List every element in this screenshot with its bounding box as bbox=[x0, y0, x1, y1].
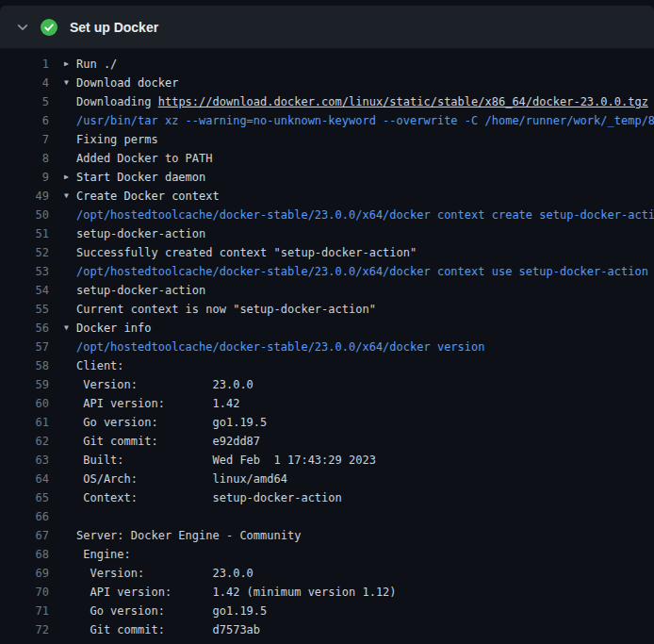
step-header[interactable]: Set up Docker bbox=[0, 6, 654, 49]
group-expanded-chevron-icon[interactable]: ▼ bbox=[64, 74, 76, 92]
line-number[interactable]: 60 bbox=[15, 394, 49, 413]
log-text: Go version: go1.19.5 bbox=[76, 413, 267, 432]
log-line[interactable]: 52Successfully created context "setup-do… bbox=[0, 243, 654, 262]
line-number[interactable]: 63 bbox=[15, 451, 49, 470]
log-text: API version: 1.42 bbox=[76, 394, 239, 413]
group-collapsed-chevron-icon[interactable]: ▶ bbox=[64, 168, 76, 187]
line-number[interactable]: 62 bbox=[15, 432, 49, 451]
line-number[interactable]: 8 bbox=[15, 149, 49, 168]
line-number[interactable]: 54 bbox=[15, 281, 49, 300]
arrow-slot bbox=[64, 620, 76, 639]
step-title: Set up Docker bbox=[70, 20, 158, 35]
log-text: API version: 1.42 (minimum version 1.12) bbox=[76, 583, 397, 602]
log-line[interactable]: 67Server: Docker Engine - Community bbox=[0, 526, 654, 545]
line-number[interactable]: 70 bbox=[15, 583, 49, 602]
log-line[interactable]: 54setup-docker-action bbox=[0, 281, 654, 300]
log-text: /opt/hostedtoolcache/docker-stable/23.0.… bbox=[76, 338, 484, 356]
line-number[interactable]: 64 bbox=[15, 470, 49, 488]
log-text: Version: 23.0.0 bbox=[76, 375, 253, 394]
log-text: Context: setup-docker-action bbox=[76, 488, 342, 507]
log-line[interactable]: 53/opt/hostedtoolcache/docker-stable/23.… bbox=[0, 262, 654, 281]
line-number[interactable]: 52 bbox=[15, 243, 49, 262]
download-url-link[interactable]: https://download.docker.com/linux/static… bbox=[158, 95, 648, 108]
line-number[interactable]: 68 bbox=[15, 545, 49, 564]
log-line[interactable]: 57/opt/hostedtoolcache/docker-stable/23.… bbox=[0, 338, 654, 356]
log-line[interactable]: 7Fixing perms bbox=[0, 130, 654, 149]
line-number[interactable]: 6 bbox=[15, 111, 49, 130]
log-line[interactable]: 63 Built: Wed Feb 1 17:43:29 2023 bbox=[0, 451, 654, 470]
log-text: Server: Docker Engine - Community bbox=[76, 526, 301, 545]
log-text: Git commit: e92dd87 bbox=[76, 432, 260, 451]
log-line[interactable]: 61 Go version: go1.19.5 bbox=[0, 413, 654, 432]
log-text: Client: bbox=[76, 356, 124, 375]
group-expanded-chevron-icon[interactable]: ▼ bbox=[64, 319, 76, 338]
line-number[interactable]: 50 bbox=[15, 206, 49, 224]
arrow-slot bbox=[64, 545, 76, 564]
line-number[interactable]: 9 bbox=[15, 168, 49, 187]
log-line[interactable]: 65 Context: setup-docker-action bbox=[0, 488, 654, 507]
line-number[interactable]: 53 bbox=[15, 262, 49, 281]
chevron-down-icon[interactable] bbox=[15, 20, 30, 35]
line-number[interactable]: 56 bbox=[15, 319, 49, 338]
arrow-slot bbox=[64, 262, 76, 281]
log-line[interactable]: 68 Engine: bbox=[0, 545, 654, 564]
log-line[interactable]: 66 bbox=[0, 507, 654, 526]
log-line[interactable]: 49▼Create Docker context bbox=[0, 187, 654, 206]
arrow-slot bbox=[64, 224, 76, 243]
line-number[interactable]: 65 bbox=[15, 488, 49, 507]
line-number[interactable]: 72 bbox=[15, 620, 49, 639]
line-number[interactable]: 66 bbox=[15, 507, 49, 526]
line-number[interactable]: 55 bbox=[15, 300, 49, 319]
arrow-slot bbox=[64, 583, 76, 602]
log-line[interactable]: 8Added Docker to PATH bbox=[0, 149, 654, 168]
log-line[interactable]: 70 API version: 1.42 (minimum version 1.… bbox=[0, 583, 654, 602]
arrow-slot bbox=[64, 413, 76, 432]
group-collapsed-chevron-icon[interactable]: ▶ bbox=[64, 55, 76, 74]
line-number[interactable]: 69 bbox=[15, 564, 49, 583]
arrow-slot bbox=[64, 451, 76, 470]
log-line[interactable]: 55Current context is now "setup-docker-a… bbox=[0, 300, 654, 319]
log-line[interactable]: 6/usr/bin/tar xz --warning=no-unknown-ke… bbox=[0, 111, 654, 130]
log-text: Engine: bbox=[76, 545, 131, 564]
arrow-slot bbox=[64, 281, 76, 300]
line-number[interactable]: 57 bbox=[15, 338, 49, 356]
line-number[interactable]: 49 bbox=[15, 187, 49, 206]
line-number[interactable]: 4 bbox=[15, 74, 49, 92]
log-line[interactable]: 4▼Download docker bbox=[0, 74, 654, 92]
log-line[interactable]: 9▶Start Docker daemon bbox=[0, 168, 654, 187]
arrow-slot bbox=[64, 507, 76, 526]
line-number[interactable]: 5 bbox=[15, 92, 49, 111]
line-number[interactable]: 67 bbox=[15, 526, 49, 545]
log-line[interactable]: 71 Go version: go1.19.5 bbox=[0, 602, 654, 620]
log-line[interactable]: 50/opt/hostedtoolcache/docker-stable/23.… bbox=[0, 206, 654, 224]
arrow-slot bbox=[64, 488, 76, 507]
line-number[interactable]: 7 bbox=[15, 130, 49, 149]
line-number[interactable]: 61 bbox=[15, 413, 49, 432]
log-line[interactable]: 60 API version: 1.42 bbox=[0, 394, 654, 413]
line-number[interactable]: 58 bbox=[15, 356, 49, 375]
log-line[interactable]: 58Client: bbox=[0, 356, 654, 375]
log-line[interactable]: 64 OS/Arch: linux/amd64 bbox=[0, 470, 654, 488]
group-expanded-chevron-icon[interactable]: ▼ bbox=[64, 187, 76, 206]
log-line[interactable]: 5Downloading https://download.docker.com… bbox=[0, 92, 654, 111]
log-line[interactable]: 1▶Run ./ bbox=[0, 55, 654, 74]
success-check-circle-icon bbox=[41, 19, 57, 36]
log-line[interactable]: 69 Version: 23.0.0 bbox=[0, 564, 654, 583]
log-line[interactable]: 56▼Docker info bbox=[0, 319, 654, 338]
log-line[interactable]: 59 Version: 23.0.0 bbox=[0, 375, 654, 394]
line-number[interactable]: 59 bbox=[15, 375, 49, 394]
log-text: Successfully created context "setup-dock… bbox=[76, 243, 417, 262]
log-text: Added Docker to PATH bbox=[76, 149, 213, 168]
log-line[interactable]: 72 Git commit: d7573ab bbox=[0, 620, 654, 639]
log-viewer: Set up Docker 1▶Run ./4▼Download docker5… bbox=[0, 6, 654, 644]
line-number[interactable]: 51 bbox=[15, 224, 49, 243]
log-line[interactable]: 51setup-docker-action bbox=[0, 224, 654, 243]
group-title-text: Start Docker daemon bbox=[76, 168, 205, 187]
line-number[interactable]: 1 bbox=[15, 55, 49, 74]
log-line[interactable]: 62 Git commit: e92dd87 bbox=[0, 432, 654, 451]
arrow-slot bbox=[64, 206, 76, 224]
line-number[interactable]: 71 bbox=[15, 602, 49, 620]
log-text: Fixing perms bbox=[76, 130, 158, 149]
group-title-text: Download docker bbox=[76, 74, 178, 92]
log-text: Downloading https://download.docker.com/… bbox=[76, 92, 648, 111]
